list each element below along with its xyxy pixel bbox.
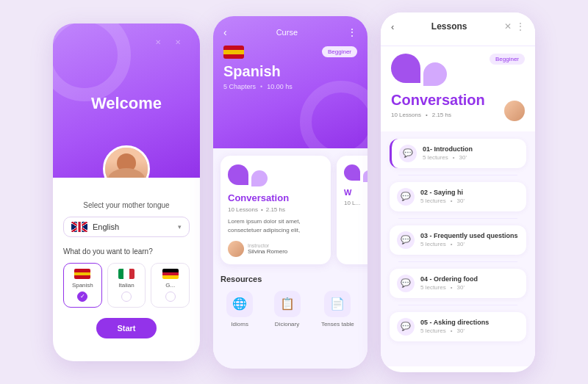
check-italian xyxy=(121,291,132,302)
welcome-title: Welcome xyxy=(91,94,162,113)
phone-lessons: ‹ Lessons ✕ ⋮ Begginer Conversation 10 L… xyxy=(381,12,535,372)
card-meta-2: 10 L... xyxy=(344,200,368,206)
instructor-avatar-3 xyxy=(504,101,525,121)
lesson-info-2: 02 - Saying hi 5 lectures • 30' xyxy=(420,189,519,204)
start-button[interactable]: Start xyxy=(96,318,156,338)
lesson-info-4: 04 - Ordering food 5 lectures • 30' xyxy=(420,275,519,291)
lesson-name-3: 03 - Frequently used questions xyxy=(420,232,519,239)
lesson-info-5: 05 - Asking directions 5 lectures • 30' xyxy=(420,319,519,334)
card-description: Lorem ipsum dolor sit amet, consectetuer… xyxy=(228,217,323,235)
card-title-2: W xyxy=(344,188,368,197)
course-topbar: ‹ Curse ⋮ xyxy=(223,26,357,38)
check-spanish: ✓ xyxy=(77,291,87,302)
lesson-icon-5: 💬 xyxy=(397,318,415,336)
dots-menu-icon-3[interactable]: ⋮ xyxy=(516,21,525,32)
chevron-down-icon: ▾ xyxy=(178,223,182,231)
lesson-name-2: 02 - Saying hi xyxy=(420,189,519,196)
divider-3 xyxy=(398,261,517,262)
course-header: ‹ Curse ⋮ Begginer Spanish 5 Chapters • … xyxy=(213,16,368,148)
flag-de-icon xyxy=(162,269,179,279)
instructor-avatar xyxy=(228,241,244,257)
beginner-badge: Begginer xyxy=(322,46,357,57)
language-dropdown[interactable]: English ▾ xyxy=(63,217,190,237)
card-bubble-icon xyxy=(228,164,323,186)
resources-row: 🌐 Idioms 📋 Dicionary 📄 Tenses table xyxy=(220,291,360,327)
language-item-italian[interactable]: Italian xyxy=(107,263,146,308)
learn-label: What do you want to learn? xyxy=(63,247,190,256)
flag-uk-icon xyxy=(71,222,87,232)
back-button[interactable]: ‹ xyxy=(223,26,227,38)
dictionary-icon: 📋 xyxy=(274,291,301,317)
resource-tenses[interactable]: 📄 Tenses table xyxy=(321,291,354,327)
idioms-label: Idioms xyxy=(231,321,248,327)
language-grid: Spanish ✓ Italian G... xyxy=(63,263,190,308)
avatar-image xyxy=(105,148,148,178)
phone-course: ‹ Curse ⋮ Begginer Spanish 5 Chapters • … xyxy=(213,16,368,369)
language-name-spanish: Spanish xyxy=(72,282,93,289)
lesson-icon-4: 💬 xyxy=(397,275,415,292)
divider-1 xyxy=(398,175,517,175)
lesson-item-1[interactable]: 💬 01- Introduction 5 lectures • 30' xyxy=(390,139,526,168)
lesson-info-1: 01- Introduction 5 lectures • 30' xyxy=(423,145,519,161)
lesson-meta-4: 5 lectures • 30' xyxy=(420,284,519,291)
check-german xyxy=(165,291,176,302)
flag-es-course xyxy=(223,46,244,59)
lesson-info-3: 03 - Frequently used questions 5 lecture… xyxy=(420,232,519,247)
flag-badge-row: Begginer xyxy=(223,46,357,59)
resource-idioms[interactable]: 🌐 Idioms xyxy=(226,291,253,327)
close-icon[interactable]: ✕ xyxy=(504,21,512,32)
instructor-info: Instructor Silvina Romero xyxy=(248,243,287,255)
language-name-italian: Italian xyxy=(118,282,134,289)
conversation-bubble1 xyxy=(391,54,420,83)
lesson-cards-row: Conversation 10 Lessons • 2.15 hs Lorem … xyxy=(220,156,360,264)
course-meta: 5 Chapters • 10.00 hs xyxy=(223,83,357,90)
lesson-item-5[interactable]: 💬 05 - Asking directions 5 lectures • 30… xyxy=(390,312,526,341)
lesson-meta-2: 5 lectures • 30' xyxy=(420,198,519,204)
conv-duration: 2.15 hs xyxy=(432,112,451,118)
flag-it-icon xyxy=(118,269,135,279)
instructor-label: Instructor xyxy=(248,243,287,248)
lesson-card-secondary[interactable]: W 10 L... xyxy=(337,156,368,264)
lesson-icon-2: 💬 xyxy=(397,188,415,206)
lessons-body: Begginer Conversation 10 Lessons • 2.15 … xyxy=(381,46,535,366)
card-title: Conversation xyxy=(228,192,323,203)
bubble1-small xyxy=(344,164,360,181)
lesson-name-5: 05 - Asking directions xyxy=(420,319,519,326)
phone-welcome: Welcome Select your mother tongue Englis… xyxy=(53,23,200,361)
welcome-header: Welcome xyxy=(53,23,200,178)
topbar-title: Curse xyxy=(276,28,298,37)
bubble1 xyxy=(228,164,248,185)
course-title: Spanish xyxy=(223,63,357,80)
lesson-card-conversation[interactable]: Conversation 10 Lessons • 2.15 hs Lorem … xyxy=(220,156,331,264)
resources-title: Resources xyxy=(220,275,360,283)
dots-menu-icon[interactable]: ⋮ xyxy=(347,26,357,38)
lesson-item-3[interactable]: 💬 03 - Frequently used questions 5 lectu… xyxy=(390,225,526,255)
mother-tongue-label: Select your mother tongue xyxy=(63,201,190,209)
lessons-topbar-title: Lessons xyxy=(431,21,467,32)
bubble2-small xyxy=(363,170,368,182)
card-meta: 10 Lessons • 2.15 hs xyxy=(228,206,323,213)
instructor-name: Silvina Romero xyxy=(248,248,287,255)
language-item-german[interactable]: G... xyxy=(151,263,190,308)
lesson-name-1: 01- Introduction xyxy=(423,145,519,153)
welcome-body: Select your mother tongue English ▾ What… xyxy=(53,178,200,349)
card-bubble-icon-2 xyxy=(344,164,368,182)
conversation-bubble2 xyxy=(423,62,447,86)
bubble2 xyxy=(251,170,268,186)
dropdown-language-text: English xyxy=(93,222,173,231)
resource-dictionary[interactable]: 📋 Dicionary xyxy=(274,291,301,327)
idioms-icon: 🌐 xyxy=(226,291,253,317)
dictionary-label: Dicionary xyxy=(275,321,299,327)
lesson-icon-1: 💬 xyxy=(399,145,417,162)
language-item-spanish[interactable]: Spanish ✓ xyxy=(63,263,102,308)
language-name-german: G... xyxy=(165,282,175,289)
tenses-icon: 📄 xyxy=(324,291,351,317)
conversation-header: Begginer Conversation 10 Lessons • 2.15 … xyxy=(381,46,535,131)
flag-es-icon xyxy=(74,269,90,279)
back-button-3[interactable]: ‹ xyxy=(391,21,394,32)
lesson-item-2[interactable]: 💬 02 - Saying hi 5 lectures • 30' xyxy=(390,182,526,211)
lesson-meta-5: 5 lectures • 30' xyxy=(420,327,519,334)
tenses-label: Tenses table xyxy=(321,321,354,327)
lessons-topbar: ‹ Lessons ✕ ⋮ xyxy=(391,21,525,32)
lesson-item-4[interactable]: 💬 04 - Ordering food 5 lectures • 30' xyxy=(390,269,526,298)
